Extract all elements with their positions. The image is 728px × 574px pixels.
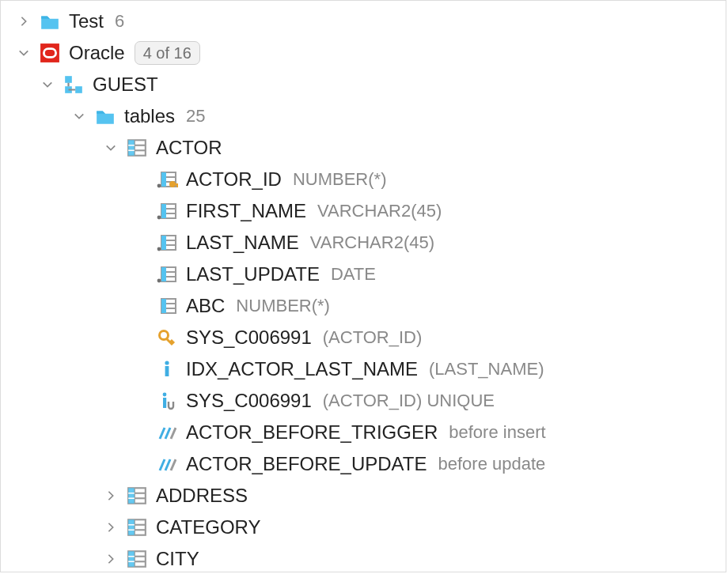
tree-item-schema-guest[interactable]: GUEST (1, 69, 726, 100)
column-name: FIRST_NAME (186, 200, 306, 222)
column-pk-icon (156, 168, 178, 191)
constraint-meta: (ACTOR_ID) (323, 327, 423, 348)
schema-icon (63, 74, 85, 96)
table-icon (126, 548, 148, 570)
tree-item-column-first-name[interactable]: FIRST_NAME VARCHAR2(45) (1, 195, 726, 227)
column-name: LAST_NAME (186, 232, 299, 254)
tree-item-column-actor-id[interactable]: ACTOR_ID NUMBER(*) (1, 164, 726, 195)
tree-item-count: 25 (186, 106, 205, 127)
column-name: LAST_UPDATE (186, 263, 320, 285)
key-icon (156, 327, 178, 349)
tree-item-label: GUEST (93, 74, 158, 96)
column-icon (156, 295, 178, 317)
column-type: NUMBER(*) (236, 296, 330, 316)
index-meta: (ACTOR_ID) UNIQUE (323, 391, 495, 411)
column-name: ACTOR_ID (186, 168, 282, 191)
tree-item-label: ACTOR (156, 137, 222, 159)
tree-item-trigger[interactable]: ACTOR_BEFORE_UPDATE before update (1, 448, 726, 480)
tree-item-column-last-name[interactable]: LAST_NAME VARCHAR2(45) (1, 227, 726, 259)
tree-item-column-abc[interactable]: ABC NUMBER(*) (1, 290, 726, 322)
tree-item-label: tables (124, 105, 175, 127)
chevron-down-icon[interactable] (39, 76, 56, 93)
folder-icon (39, 10, 61, 32)
trigger-name: ACTOR_BEFORE_UPDATE (186, 453, 427, 475)
folder-icon (94, 105, 116, 127)
unique-index-icon (156, 390, 178, 412)
database-tree: Test 6 Oracle 4 of 16 GUEST tables 25 AC… (0, 0, 726, 572)
column-notnull-icon (156, 263, 178, 285)
tree-item-label: Test (69, 10, 104, 32)
tree-item-table-address[interactable]: ADDRESS (1, 480, 726, 512)
chevron-right-icon[interactable] (15, 13, 32, 30)
tree-item-table-actor[interactable]: ACTOR (1, 132, 726, 164)
column-type: DATE (331, 264, 376, 285)
tree-item-index[interactable]: IDX_ACTOR_LAST_NAME (LAST_NAME) (1, 353, 726, 385)
index-name: SYS_C006991 (186, 390, 312, 412)
constraint-name: SYS_C006991 (186, 327, 312, 349)
tree-item-label: CITY (156, 548, 199, 570)
tree-item-count: 6 (115, 11, 124, 32)
tree-item-unique-index[interactable]: SYS_C006991 (ACTOR_ID) UNIQUE (1, 385, 726, 417)
table-icon (126, 485, 148, 507)
trigger-icon (156, 453, 178, 475)
chevron-down-icon[interactable] (70, 108, 88, 125)
tree-item-trigger[interactable]: ACTOR_BEFORE_TRIGGER before insert (1, 417, 726, 448)
column-type: NUMBER(*) (293, 169, 387, 190)
tree-item-table-category[interactable]: CATEGORY (1, 512, 726, 543)
trigger-meta: before insert (449, 422, 545, 443)
tree-item-tables[interactable]: tables 25 (1, 100, 726, 132)
tree-item-primary-key[interactable]: SYS_C006991 (ACTOR_ID) (1, 322, 726, 353)
chevron-right-icon[interactable] (102, 550, 119, 568)
column-type: VARCHAR2(45) (317, 201, 442, 221)
tree-item-table-city[interactable]: CITY (1, 543, 726, 572)
index-name: IDX_ACTOR_LAST_NAME (186, 358, 418, 380)
chevron-down-icon[interactable] (15, 44, 32, 62)
table-icon (126, 516, 148, 538)
tree-item-label: Oracle (69, 42, 125, 64)
tree-item-test[interactable]: Test 6 (1, 6, 726, 37)
trigger-name: ACTOR_BEFORE_TRIGGER (186, 421, 438, 444)
index-icon (156, 358, 178, 380)
column-notnull-icon (156, 200, 178, 222)
tree-item-column-last-update[interactable]: LAST_UPDATE DATE (1, 259, 726, 290)
count-badge: 4 of 16 (135, 41, 200, 65)
column-notnull-icon (156, 232, 178, 254)
tree-item-oracle[interactable]: Oracle 4 of 16 (1, 37, 726, 69)
column-type: VARCHAR2(45) (310, 232, 434, 253)
chevron-right-icon[interactable] (102, 519, 119, 536)
trigger-icon (156, 421, 178, 444)
chevron-down-icon[interactable] (102, 139, 119, 157)
trigger-meta: before update (438, 454, 546, 474)
column-name: ABC (186, 295, 225, 317)
chevron-right-icon[interactable] (102, 487, 119, 504)
oracle-icon (39, 42, 61, 64)
tree-item-label: CATEGORY (156, 516, 260, 538)
index-meta: (LAST_NAME) (429, 359, 544, 380)
table-icon (126, 137, 148, 159)
tree-item-label: ADDRESS (156, 485, 248, 507)
